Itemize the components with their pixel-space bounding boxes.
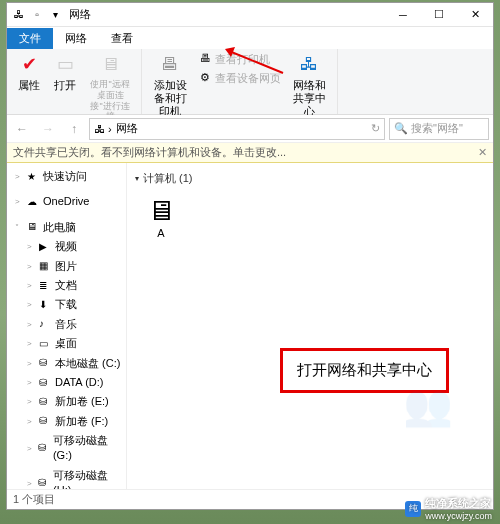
close-button[interactable]: ✕	[457, 3, 493, 27]
chevron-icon: >	[15, 171, 23, 182]
printer-small-icon: 🖶	[198, 52, 212, 66]
sidebar-item[interactable]: >▦图片	[7, 257, 126, 276]
app-icon: 🖧	[11, 7, 27, 23]
sidebar-item[interactable]: >♪音乐	[7, 315, 126, 334]
ribbon-tabs: 文件 网络 查看	[7, 27, 493, 49]
device-small-icon: ⚙	[198, 71, 212, 85]
chevron-icon: >	[27, 416, 35, 427]
chevron-icon: >	[27, 241, 35, 252]
forward-button[interactable]: →	[37, 118, 59, 140]
chevron-down-icon: ▾	[135, 174, 139, 183]
sidebar-item[interactable]: ˅🖥此电脑	[7, 218, 126, 237]
chevron-icon: >	[27, 338, 35, 349]
qat-dropdown[interactable]: ▾	[47, 7, 63, 23]
properties-button[interactable]: ✔ 属性	[13, 51, 45, 94]
printer-icon: 🖶	[158, 53, 182, 77]
minimize-button[interactable]: ─	[385, 3, 421, 27]
sidebar-item[interactable]: >⛁DATA (D:)	[7, 373, 126, 392]
network-center-button[interactable]: 🖧 网络和共享中心	[287, 51, 331, 121]
computer-item[interactable]: 🖥 A	[131, 190, 191, 243]
chevron-icon: >	[27, 319, 35, 330]
open-icon: ▭	[53, 53, 77, 77]
view-devices-button[interactable]: ⚙ 查看设备网页	[196, 70, 283, 88]
sidebar-item[interactable]: >⛁新加卷 (F:)	[7, 412, 126, 431]
chevron-icon: >	[27, 280, 35, 291]
chevron-icon: >	[27, 396, 35, 407]
ribbon-group-network: 🖶 添加设备和打印机 🖶 查看打印机 ⚙ 查看设备网页 🖧 网络和共享中心	[142, 49, 338, 114]
open-button[interactable]: ▭ 打开	[49, 51, 81, 94]
chevron-icon: >	[27, 443, 34, 454]
address-bar: ← → ↑ 🖧 › 网络 ↻ 🔍 搜索"网络"	[7, 115, 493, 143]
sidebar-item[interactable]: >⬇下载	[7, 295, 126, 314]
tab-view[interactable]: 查看	[99, 28, 145, 49]
watermark-logo-icon: 纯	[405, 501, 421, 517]
network-center-icon: 🖧	[297, 53, 321, 77]
infobar-close-icon[interactable]: ✕	[478, 146, 487, 159]
chevron-icon: >	[15, 196, 23, 207]
remote-desktop-button[interactable]: 🖥 使用"远程桌面连接"进行连接	[85, 51, 135, 124]
sidebar-item[interactable]: >▶视频	[7, 237, 126, 256]
content-pane[interactable]: ▾ 计算机 (1) 🖥 A 打开网络和共享中心 👥	[127, 163, 493, 489]
sidebar-item[interactable]: >⛁新加卷 (E:)	[7, 392, 126, 411]
up-button[interactable]: ↑	[63, 118, 85, 140]
sidebar-item[interactable]: >☁OneDrive	[7, 192, 126, 211]
group-header[interactable]: ▾ 计算机 (1)	[131, 167, 489, 190]
check-icon: ✔	[17, 53, 41, 77]
sidebar-item[interactable]: >⛁可移动磁盘 (G:)	[7, 431, 126, 466]
view-printers-button[interactable]: 🖶 查看打印机	[196, 51, 283, 69]
tab-file[interactable]: 文件	[7, 28, 53, 49]
sidebar: >★快速访问>☁OneDrive˅🖥此电脑>▶视频>▦图片>≣文档>⬇下载>♪音…	[7, 163, 127, 489]
chevron-icon: >	[27, 299, 35, 310]
explorer-window: 🖧 ▫ ▾ 网络 ─ ☐ ✕ 文件 网络 查看 ✔ 属性 ▭ 打开	[6, 2, 494, 510]
sidebar-item[interactable]: >⛁本地磁盘 (C:)	[7, 354, 126, 373]
breadcrumb[interactable]: 🖧 › 网络 ↻	[89, 118, 385, 140]
refresh-icon[interactable]: ↻	[371, 122, 380, 135]
info-bar[interactable]: 文件共享已关闭。看不到网络计算机和设备。单击更改... ✕	[7, 143, 493, 163]
remote-icon: 🖥	[98, 53, 122, 77]
titlebar: 🖧 ▫ ▾ 网络 ─ ☐ ✕	[7, 3, 493, 27]
computer-icon: 🖥	[147, 194, 175, 227]
search-input[interactable]: 🔍 搜索"网络"	[389, 118, 489, 140]
tab-network[interactable]: 网络	[53, 28, 99, 49]
breadcrumb-seg[interactable]: 网络	[116, 121, 138, 136]
sidebar-item[interactable]: >≣文档	[7, 276, 126, 295]
chevron-icon: ˅	[15, 222, 23, 233]
watermark: 纯 纯净系统之家 www.ycwjzy.com	[405, 496, 492, 521]
qat-icon[interactable]: ▫	[29, 7, 45, 23]
chevron-icon: >	[27, 377, 35, 388]
back-button[interactable]: ←	[11, 118, 33, 140]
ghost-people-icon: 👥	[403, 382, 453, 429]
maximize-button[interactable]: ☐	[421, 3, 457, 27]
ribbon-group-location: ✔ 属性 ▭ 打开 🖥 使用"远程桌面连接"进行连接 位置	[7, 49, 142, 114]
window-title: 网络	[69, 7, 91, 22]
chevron-icon: >	[27, 358, 35, 369]
sidebar-item[interactable]: >⛁可移动磁盘 (H:)	[7, 466, 126, 489]
chevron-icon: >	[27, 261, 35, 272]
sidebar-item[interactable]: >▭桌面	[7, 334, 126, 353]
sidebar-item[interactable]: >★快速访问	[7, 167, 126, 186]
chevron-icon: >	[27, 478, 34, 489]
ribbon: ✔ 属性 ▭ 打开 🖥 使用"远程桌面连接"进行连接 位置 🖶 添加设备和打印机	[7, 49, 493, 115]
breadcrumb-icon: 🖧 ›	[94, 123, 112, 135]
search-icon: 🔍	[394, 122, 408, 135]
add-device-button[interactable]: 🖶 添加设备和打印机	[148, 51, 192, 121]
